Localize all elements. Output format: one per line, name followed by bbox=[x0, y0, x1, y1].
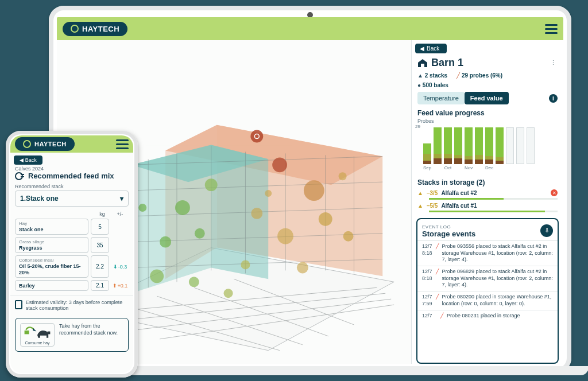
svg-point-31 bbox=[319, 212, 332, 226]
brand-logo-icon bbox=[71, 25, 79, 33]
brand-logo-icon bbox=[23, 140, 31, 148]
ingredient-row: Cottonseed mealOil 5-20%, crude fiber 15… bbox=[15, 255, 129, 278]
kg-input[interactable]: 35 bbox=[91, 237, 109, 253]
back-button[interactable]: ◀ Back bbox=[415, 44, 447, 53]
tab-feed-value[interactable]: Feed value bbox=[465, 92, 509, 104]
barn-icon bbox=[417, 59, 428, 68]
stacks-stat: ▲ 2 stacks bbox=[417, 72, 447, 79]
svg-point-34 bbox=[251, 208, 262, 219]
bales-stat: ● 500 bales bbox=[417, 82, 448, 88]
svg-point-30 bbox=[304, 180, 324, 201]
svg-point-29 bbox=[272, 157, 287, 172]
stack-row[interactable]: ▲–3/5 Alfalfa cut #2 ✕ bbox=[412, 188, 563, 198]
feed-icon bbox=[15, 172, 25, 180]
svg-point-43 bbox=[224, 289, 233, 298]
ingredient-row: Grass silageRyegrass 35 bbox=[15, 237, 129, 253]
stacks-title: Stacks in storage (2) bbox=[417, 178, 485, 186]
stack-row[interactable]: ▲–5/5 Alfalfa cut #1 bbox=[412, 201, 563, 211]
svg-rect-54 bbox=[48, 332, 51, 335]
back-button[interactable]: ◀ Back bbox=[14, 155, 42, 165]
tab-temperature[interactable]: Temperature bbox=[417, 92, 465, 104]
svg-rect-53 bbox=[25, 331, 29, 334]
event-row: 12/7╱Probe 080231 placed in storage bbox=[417, 310, 558, 322]
cow-icon bbox=[23, 326, 52, 340]
delta-up-icon: ⬆+0.1 bbox=[111, 280, 129, 291]
chart-title: Feed value progress bbox=[412, 109, 563, 118]
event-log: EVENT LOGStorage events ⇩ 12/7 8:18╱Prob… bbox=[416, 218, 559, 364]
kg-input[interactable]: 2.2 bbox=[91, 255, 109, 278]
stack-select-label: Recommended stack bbox=[10, 184, 133, 190]
page-title: Recommended feed mix bbox=[10, 172, 133, 184]
svg-point-36 bbox=[241, 261, 250, 270]
svg-point-45 bbox=[339, 172, 347, 180]
svg-point-46 bbox=[265, 190, 272, 197]
svg-rect-50 bbox=[21, 174, 24, 175]
svg-point-37 bbox=[205, 178, 218, 191]
barn-title: Barn 1 bbox=[417, 57, 463, 69]
svg-point-33 bbox=[277, 228, 293, 244]
event-row: 12/7 7:59╱Probe 080200 placed in storage… bbox=[417, 291, 558, 309]
export-icon[interactable]: ⇩ bbox=[540, 224, 553, 237]
svg-point-42 bbox=[189, 277, 199, 287]
svg-point-44 bbox=[138, 204, 146, 212]
laptop-topbar: HAYTECH bbox=[57, 17, 563, 40]
brand-badge[interactable]: HAYTECH bbox=[15, 137, 75, 151]
svg-point-41 bbox=[150, 269, 164, 283]
calendar-icon bbox=[15, 300, 22, 309]
info-icon[interactable]: i bbox=[549, 94, 558, 103]
phone-topbar: HAYTECH bbox=[10, 135, 133, 153]
table-header: kg+/- bbox=[10, 211, 133, 219]
advice-box: Consume hay Take hay from the recommende… bbox=[15, 318, 129, 352]
svg-point-40 bbox=[160, 236, 171, 248]
warn-icon: ✕ bbox=[551, 189, 558, 196]
phone-screen: HAYTECH ◀ Back Calves 2024 Recommended f… bbox=[10, 135, 133, 373]
svg-point-38 bbox=[175, 200, 190, 215]
ingredient-row: Barley 2.1 ⬆+0.1 bbox=[15, 280, 129, 291]
brand-text: HAYTECH bbox=[82, 25, 119, 33]
svg-rect-51 bbox=[21, 176, 24, 177]
probes-stat: ╱ 29 probes (6%) bbox=[457, 72, 502, 79]
chart-x-axis: Sep Oct Nov Dec bbox=[412, 165, 563, 175]
kg-input[interactable]: 2.1 bbox=[91, 280, 109, 291]
svg-point-39 bbox=[195, 228, 205, 239]
svg-marker-52 bbox=[33, 328, 36, 331]
svg-rect-48 bbox=[421, 64, 424, 67]
ingredient-row: HayStack one 5 bbox=[15, 219, 129, 235]
consume-hay-button[interactable]: Consume hay bbox=[20, 323, 55, 347]
breadcrumb: Calves 2024 bbox=[10, 166, 133, 172]
phone-frame: HAYTECH ◀ Back Calves 2024 Recommended f… bbox=[6, 131, 138, 378]
stack-select[interactable]: 1.Stack one ▾ bbox=[15, 190, 129, 207]
hamburger-icon[interactable] bbox=[545, 24, 558, 34]
validity-note: Estimated validity: 3 days before comple… bbox=[10, 296, 133, 314]
event-row: 12/7 8:18╱Probe 096829 placed to stack A… bbox=[417, 266, 558, 291]
event-row: 12/7 8:18╱Probe 093556 placed to stack A… bbox=[417, 240, 558, 266]
chevron-down-icon: ▾ bbox=[120, 195, 123, 203]
detail-panel: ◀ Back Barn 1 ⋮ ▲ 2 stacks ╱ 29 probes (… bbox=[411, 40, 563, 364]
more-icon[interactable]: ⋮ bbox=[550, 59, 558, 67]
svg-point-27 bbox=[250, 130, 263, 143]
kg-input[interactable]: 5 bbox=[91, 219, 109, 235]
delta-down-icon: ⬇-0.3 bbox=[111, 255, 129, 278]
hamburger-icon[interactable] bbox=[116, 139, 129, 149]
svg-point-32 bbox=[343, 231, 354, 242]
brand-badge[interactable]: HAYTECH bbox=[63, 22, 127, 36]
feed-value-chart: 29 bbox=[412, 124, 563, 165]
svg-point-35 bbox=[297, 262, 308, 273]
probes-axis-label: Probes bbox=[412, 118, 563, 124]
